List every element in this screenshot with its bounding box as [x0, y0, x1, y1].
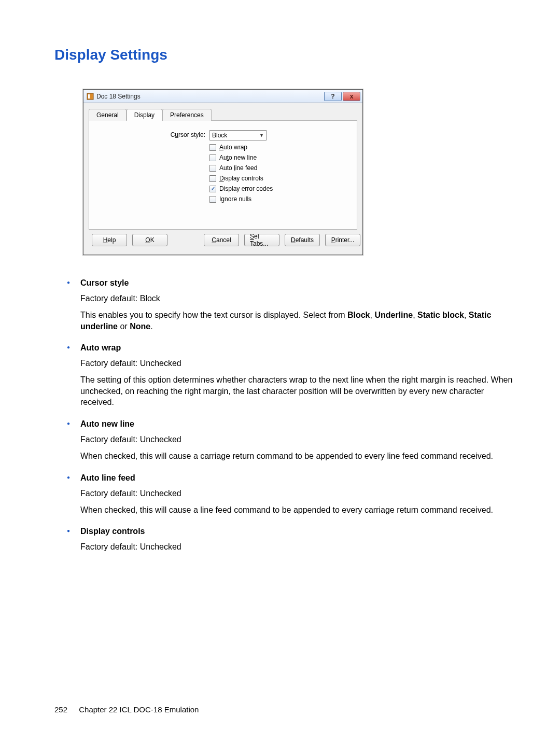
- item-default: Factory default: Unchecked: [80, 542, 519, 552]
- svg-rect-1: [88, 94, 90, 99]
- item-description: This enables you to specify how the text…: [80, 310, 519, 332]
- page-heading: Display Settings: [54, 47, 519, 63]
- item-default: Factory default: Unchecked: [80, 489, 519, 498]
- chevron-down-icon: ▼: [259, 133, 264, 138]
- item-title: Cursor style: [80, 278, 519, 288]
- page-footer: 252 Chapter 22 ICL DOC-18 Emulation: [54, 705, 199, 714]
- checkbox-box: [209, 175, 216, 182]
- checkbox-box: [209, 165, 216, 172]
- list-item-auto-new-line: Auto new line Factory default: Unchecked…: [80, 419, 519, 462]
- settings-description-list: Cursor style Factory default: Block This…: [54, 278, 519, 552]
- tab-preferences[interactable]: Preferences: [162, 109, 212, 121]
- close-icon[interactable]: x: [343, 92, 360, 101]
- ok-button[interactable]: OK: [132, 234, 167, 246]
- item-title: Auto wrap: [80, 343, 519, 353]
- cursor-style-select[interactable]: Block ▼: [209, 130, 267, 140]
- svg-rect-0: [87, 93, 93, 100]
- page-number: 252: [54, 705, 67, 714]
- item-title: Auto line feed: [80, 473, 519, 483]
- item-default: Factory default: Unchecked: [80, 435, 519, 444]
- cancel-button[interactable]: Cancel: [204, 234, 239, 246]
- dialog-screenshot: Doc 18 Settings ? x General Display Pref…: [83, 89, 519, 255]
- item-description: The setting of this option determines wh…: [80, 374, 519, 408]
- checkbox-auto-new-line[interactable]: Auto new line: [209, 154, 273, 161]
- set-tabs-button[interactable]: Set Tabs...: [244, 234, 279, 246]
- item-title: Auto new line: [80, 419, 519, 429]
- chapter-label: Chapter 22 ICL DOC-18 Emulation: [79, 705, 199, 714]
- item-default: Factory default: Unchecked: [80, 359, 519, 368]
- printer-button[interactable]: Printer...: [325, 234, 360, 246]
- cursor-style-value: Block: [212, 132, 227, 139]
- tab-panel-display: Cursor style: Block ▼ Auto wrap: [89, 121, 357, 230]
- list-item-cursor-style: Cursor style Factory default: Block This…: [80, 278, 519, 332]
- checkbox-display-error-codes[interactable]: Display error codes: [209, 185, 273, 192]
- checkbox-auto-line-feed[interactable]: Auto line feed: [209, 164, 273, 172]
- checkbox-box: [209, 154, 216, 161]
- dialog-button-row: Help OK Cancel Set Tabs... Defaults Prin…: [89, 230, 357, 250]
- settings-dialog: Doc 18 Settings ? x General Display Pref…: [83, 89, 363, 255]
- checkbox-box: [209, 186, 216, 192]
- help-button[interactable]: Help: [92, 234, 127, 246]
- checkbox-box: [209, 196, 216, 203]
- titlebar: Doc 18 Settings ? x: [83, 90, 362, 103]
- item-description: When checked, this will cause a line fee…: [80, 504, 519, 516]
- item-default: Factory default: Block: [80, 294, 519, 303]
- checkbox-auto-wrap[interactable]: Auto wrap: [209, 144, 273, 151]
- tab-display[interactable]: Display: [127, 109, 162, 121]
- item-title: Display controls: [80, 527, 519, 536]
- checkbox-display-controls[interactable]: Display controls: [209, 175, 273, 182]
- dialog-title: Doc 18 Settings: [96, 93, 323, 100]
- cursor-style-label: Cursor style:: [96, 130, 209, 138]
- list-item-display-controls: Display controls Factory default: Unchec…: [80, 527, 519, 552]
- list-item-auto-line-feed: Auto line feed Factory default: Unchecke…: [80, 473, 519, 516]
- defaults-button[interactable]: Defaults: [285, 234, 320, 246]
- tab-strip: General Display Preferences: [89, 108, 357, 121]
- help-button-icon[interactable]: ?: [324, 92, 342, 101]
- item-description: When checked, this will cause a carriage…: [80, 451, 519, 462]
- checkbox-ignore-nulls[interactable]: Ignore nulls: [209, 195, 273, 203]
- checkbox-box: [209, 144, 216, 151]
- list-item-auto-wrap: Auto wrap Factory default: Unchecked The…: [80, 343, 519, 408]
- app-icon: [87, 93, 94, 100]
- tab-general[interactable]: General: [89, 109, 127, 121]
